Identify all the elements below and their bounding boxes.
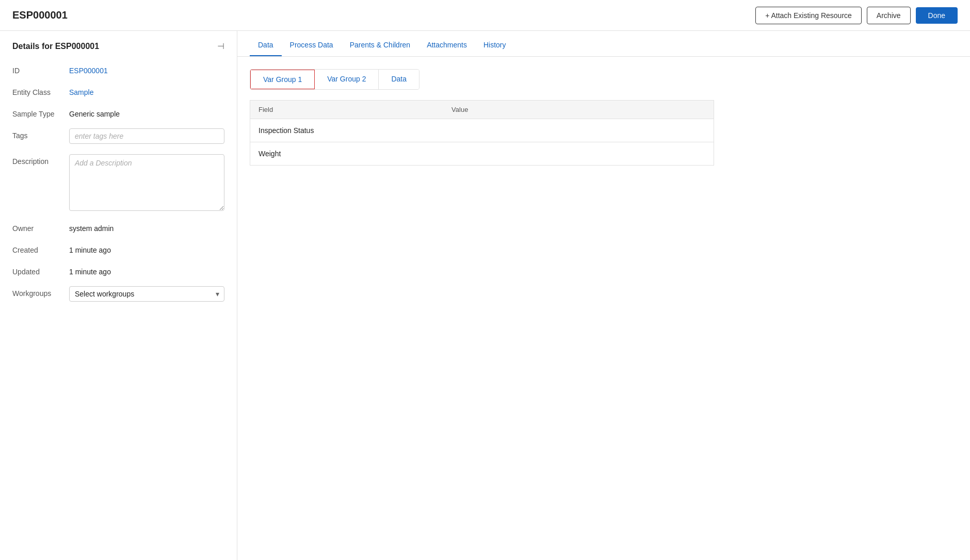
sub-tab-data[interactable]: Data: [379, 70, 419, 89]
value-inspection-status[interactable]: [443, 119, 650, 142]
label-description: Description: [12, 154, 69, 166]
label-tags: Tags: [12, 128, 69, 140]
action-weight: [650, 142, 714, 166]
value-owner: system admin: [69, 221, 224, 233]
label-entity-class: Entity Class: [12, 85, 69, 96]
value-updated: 1 minute ago: [69, 265, 224, 276]
tab-history[interactable]: History: [475, 35, 514, 56]
field-row-description: Description: [12, 154, 224, 211]
data-table: Field Value Inspection Status Weight: [250, 100, 714, 166]
value-id[interactable]: ESP000001: [69, 63, 224, 75]
right-panel: Data Process Data Parents & Children Att…: [237, 31, 970, 560]
content-area: Var Group 1 Var Group 2 Data Field Value…: [237, 57, 970, 560]
value-weight[interactable]: [443, 142, 650, 166]
attach-existing-resource-button[interactable]: + Attach Existing Resource: [755, 7, 862, 24]
sub-tabs: Var Group 1 Var Group 2 Data: [250, 69, 419, 90]
value-entity-class[interactable]: Sample: [69, 85, 224, 96]
collapse-icon[interactable]: ⊣: [217, 41, 224, 51]
label-updated: Updated: [12, 265, 69, 276]
top-tabs: Data Process Data Parents & Children Att…: [237, 31, 970, 57]
field-weight: Weight: [250, 142, 444, 166]
tab-data[interactable]: Data: [250, 35, 282, 56]
value-created: 1 minute ago: [69, 243, 224, 254]
field-row-owner: Owner system admin: [12, 221, 224, 233]
label-owner: Owner: [12, 221, 69, 233]
action-inspection-status: [650, 119, 714, 142]
field-row-workgroups: Workgroups Select workgroups: [12, 286, 224, 302]
left-panel: Details for ESP000001 ⊣ ID ESP000001 Ent…: [0, 31, 237, 560]
col-header-value: Value: [443, 101, 650, 119]
panel-header: Details for ESP000001 ⊣: [12, 41, 224, 51]
field-row-sample-type: Sample Type Generic sample: [12, 107, 224, 118]
workgroups-select-wrapper: Select workgroups: [69, 286, 224, 302]
tab-parents-children[interactable]: Parents & Children: [342, 35, 419, 56]
field-row-created: Created 1 minute ago: [12, 243, 224, 254]
field-row-entity-class: Entity Class Sample: [12, 85, 224, 96]
header-actions: + Attach Existing Resource Archive Done: [755, 7, 958, 24]
col-header-field: Field: [250, 101, 444, 119]
col-header-action: [650, 101, 714, 119]
table-row: Weight: [250, 142, 714, 166]
description-textarea[interactable]: [69, 154, 224, 211]
header: ESP000001 + Attach Existing Resource Arc…: [0, 0, 970, 31]
sub-tab-var-group-2[interactable]: Var Group 2: [315, 70, 379, 89]
label-id: ID: [12, 63, 69, 75]
archive-button[interactable]: Archive: [867, 7, 911, 24]
tab-attachments[interactable]: Attachments: [418, 35, 475, 56]
tags-input[interactable]: [69, 128, 224, 144]
value-sample-type: Generic sample: [69, 107, 224, 118]
workgroups-select[interactable]: Select workgroups: [69, 286, 224, 302]
panel-title: Details for ESP000001: [12, 42, 99, 51]
label-sample-type: Sample Type: [12, 107, 69, 118]
field-inspection-status: Inspection Status: [250, 119, 444, 142]
field-row-tags: Tags: [12, 128, 224, 144]
page-title: ESP000001: [12, 9, 68, 21]
sub-tab-var-group-1[interactable]: Var Group 1: [250, 69, 315, 90]
label-created: Created: [12, 243, 69, 254]
main-layout: Details for ESP000001 ⊣ ID ESP000001 Ent…: [0, 31, 970, 560]
done-button[interactable]: Done: [916, 7, 958, 24]
label-workgroups: Workgroups: [12, 286, 69, 298]
table-row: Inspection Status: [250, 119, 714, 142]
field-row-id: ID ESP000001: [12, 63, 224, 75]
field-row-updated: Updated 1 minute ago: [12, 265, 224, 276]
tab-process-data[interactable]: Process Data: [282, 35, 342, 56]
